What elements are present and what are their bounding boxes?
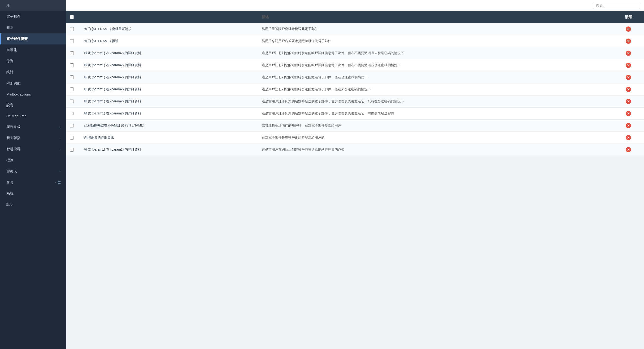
sidebar-item-4[interactable]: 自動化 [0,44,66,56]
sidebar-item-label-1: 電子郵件 [6,14,20,19]
row-active-5: ✕ [616,87,640,92]
row-description-2: 這是用戶註冊到您的站點時發送的帳戶詳細信息電子郵件，僅在不需要激活且未發送密碼的… [262,50,616,56]
row-active-6: ✕ [616,99,640,104]
row-checkbox-col [70,136,84,140]
inactive-icon-8[interactable]: ✕ [626,123,631,128]
sidebar: 段電子郵件範本電子郵件覆蓋自動化佇列統計附加功能Mailbox actions設… [0,0,66,349]
row-name-4: 帳號 {param1} 在 {param2} 的詳細資料 [84,75,262,80]
row-checkbox-col [70,124,84,128]
sidebar-item-label-15: 聯絡人 [6,169,17,174]
sidebar-item-label-2: 範本 [6,26,14,30]
row-active-3: ✕ [616,63,640,68]
table-row: 帳號 {param1} 在 {param2} 的詳細資料 這是當用戶註冊到您的站… [66,96,644,108]
header-description: 描述 [262,14,616,20]
row-active-2: ✕ [616,50,640,56]
inactive-icon-7[interactable]: ✕ [626,111,631,116]
row-checkbox-col [70,51,84,55]
row-checkbox-3[interactable] [70,63,74,67]
sidebar-item-12[interactable]: 新聞聯播› [0,132,66,144]
sidebar-item-label-9: 設定 [6,103,14,107]
row-description-6: 這是當用戶註冊到您的站點時發送的電子郵件，告訴管理員需要激活它，只有在發送密碼的… [262,99,616,104]
row-checkbox-col [70,100,84,103]
sidebar-item-10[interactable]: OSMap Free [0,111,66,121]
table-row: 你的 {SITENAME} 密碼重置請求 當用戶重置賬戶密碼時發送此電子郵件 ✕ [66,23,644,35]
row-checkbox-5[interactable] [70,88,74,91]
chevron-right-icon: › [55,181,56,184]
row-active-4: ✕ [616,75,640,80]
table-row: 你的 {SITENAME} 帳號 當用戶忘記用戶名並要求提醒時發送此電子郵件 ✕ [66,35,644,47]
table-row: 新增會員的詳細資訊 這封電子郵件是在帳戶創建時發送給用戶的 ✕ [66,132,644,144]
sidebar-item-13[interactable]: 智慧搜尋› [0,144,66,155]
row-checkbox-col [70,88,84,91]
sidebar-item-5[interactable]: 佇列 [0,56,66,67]
row-active-0: ✕ [616,26,640,32]
sidebar-item-9[interactable]: 設定 [0,100,66,111]
sidebar-item-label-4: 自動化 [6,48,17,52]
inactive-icon-9[interactable]: ✕ [626,135,631,140]
sidebar-item-7[interactable]: 附加功能 [0,78,66,89]
sidebar-item-18[interactable]: 說明 [0,199,66,210]
table-header: 姓名 描述 活躍 [66,11,644,23]
chevron-right-icon: › [60,136,60,140]
row-checkbox-1[interactable] [70,39,74,43]
row-description-5: 這是用戶註冊到您的站點時發送的激活電子郵件，僅在未發送密碼的情況下 [262,87,616,92]
row-description-8: 當管理員激活他們的帳戶時，這封電子郵件發送給用戶 [262,123,616,128]
row-checkbox-4[interactable] [70,76,74,79]
select-all-checkbox[interactable] [70,15,74,19]
table-row: 帳號 {param1} 在 {param2} 的詳細資料 這是用戶註冊到您的站點… [66,84,644,96]
row-checkbox-6[interactable] [70,100,74,103]
sidebar-item-1[interactable]: 電子郵件 [0,11,66,22]
row-name-9: 新增會員的詳細資訊 [84,136,262,140]
row-checkbox-10[interactable] [70,148,74,152]
row-checkbox-col [70,27,84,31]
sidebar-item-6[interactable]: 統計 [0,67,66,78]
row-checkbox-7[interactable] [70,112,74,116]
sidebar-item-label-17: 系統 [6,191,14,196]
row-checkbox-0[interactable] [70,27,74,31]
header-name: 姓名 [84,15,262,20]
sidebar-item-3[interactable]: 電子郵件覆蓋 [0,33,66,44]
email-table: 姓名 描述 活躍 你的 {SITENAME} 密碼重置請求 當用戶重置賬戶密碼時… [66,11,644,156]
table-row: 帳號 {param1} 在 {param2} 的詳細資料 這是當用戶在網站上創建… [66,144,644,156]
sidebar-item-label-13: 智慧搜尋 [6,147,20,151]
row-checkbox-9[interactable] [70,136,74,140]
sidebar-item-2[interactable]: 範本 [0,22,66,33]
sidebar-item-11[interactable]: 廣告看板› [0,121,66,132]
inactive-icon-3[interactable]: ✕ [626,63,631,68]
main-content: 姓名 描述 活躍 你的 {SITENAME} 密碼重置請求 當用戶重置賬戶密碼時… [66,0,644,349]
inactive-icon-5[interactable]: ✕ [626,87,631,92]
sidebar-item-label-10: OSMap Free [6,114,27,118]
sidebar-item-15[interactable]: 聯絡人› [0,166,66,177]
top-bar [66,0,644,11]
sidebar-item-8[interactable]: Mailbox actions [0,89,66,100]
inactive-icon-4[interactable]: ✕ [626,75,631,80]
row-checkbox-col [70,39,84,43]
table-row: 帳號 {param1} 在 {param2} 的詳細資料 這是當用戶註冊到您的站… [66,108,644,120]
inactive-icon-1[interactable]: ✕ [626,38,631,44]
chevron-right-icon: › [60,125,60,129]
row-checkbox-col [70,63,84,67]
row-description-9: 這封電子郵件是在帳戶創建時發送給用戶的 [262,135,616,140]
search-input[interactable] [593,2,640,9]
row-name-7: 帳號 {param1} 在 {param2} 的詳細資料 [84,111,262,116]
row-description-3: 這是用戶註冊到您的站點時發送的帳戶詳細信息電子郵件，僅在不需要激活並發送密碼的情… [262,63,616,68]
sidebar-item-17[interactable]: 系統 [0,188,66,199]
grid-icon [58,181,60,184]
sidebar-item-16[interactable]: 會員› [0,177,66,188]
inactive-icon-6[interactable]: ✕ [626,99,631,104]
sidebar-item-0[interactable]: 段 [0,0,66,11]
row-checkbox-col [70,148,84,152]
chevron-right-icon: › [60,147,60,151]
inactive-icon-0[interactable]: ✕ [626,26,631,32]
row-name-10: 帳號 {param1} 在 {param2} 的詳細資料 [84,148,262,152]
sidebar-item-label-8: Mailbox actions [6,92,31,96]
row-checkbox-8[interactable] [70,124,74,128]
inactive-icon-2[interactable]: ✕ [626,50,631,56]
row-checkbox-col [70,112,84,116]
sidebar-item-label-6: 統計 [6,70,14,74]
row-active-10: ✕ [616,147,640,152]
sidebar-item-14[interactable]: 標籤 [0,155,66,166]
inactive-icon-10[interactable]: ✕ [626,147,631,152]
table-row: 帳號 {param1} 在 {param2} 的詳細資料 這是用戶註冊到您的站點… [66,59,644,72]
row-checkbox-2[interactable] [70,51,74,55]
